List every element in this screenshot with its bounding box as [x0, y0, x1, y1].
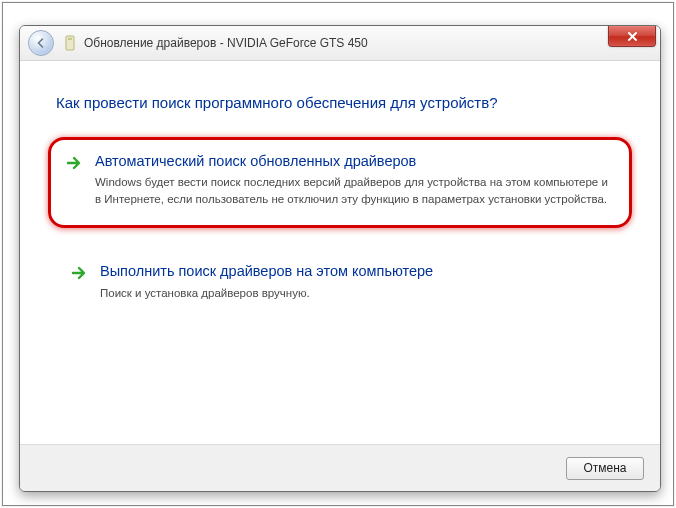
- close-icon: [627, 31, 638, 42]
- screenshot-frame: Обновление драйверов - NVIDIA GeForce GT…: [2, 2, 674, 506]
- option-description: Поиск и установка драйверов вручную.: [100, 285, 606, 302]
- svg-rect-1: [68, 38, 72, 40]
- device-icon: [64, 35, 78, 51]
- option-browse-computer[interactable]: Выполнить поиск драйверов на этом компью…: [56, 250, 624, 315]
- dialog-window: Обновление драйверов - NVIDIA GeForce GT…: [19, 25, 661, 492]
- option-description: Windows будет вести поиск последних верс…: [95, 174, 609, 207]
- cancel-button[interactable]: Отмена: [566, 457, 644, 480]
- arrow-right-icon: [65, 154, 83, 172]
- dialog-footer: Отмена: [20, 444, 660, 491]
- option-title: Автоматический поиск обновленных драйвер…: [95, 152, 609, 170]
- back-arrow-icon: [35, 37, 47, 49]
- back-button[interactable]: [28, 30, 54, 56]
- page-heading: Как провести поиск программного обеспече…: [56, 94, 624, 111]
- arrow-right-icon: [70, 264, 88, 282]
- dialog-content: Как провести поиск программного обеспече…: [20, 60, 660, 445]
- close-button[interactable]: [608, 26, 656, 47]
- window-title: Обновление драйверов - NVIDIA GeForce GT…: [84, 36, 368, 50]
- title-bar: Обновление драйверов - NVIDIA GeForce GT…: [20, 26, 660, 61]
- option-title: Выполнить поиск драйверов на этом компью…: [100, 262, 606, 280]
- option-auto-search[interactable]: Автоматический поиск обновленных драйвер…: [48, 137, 632, 228]
